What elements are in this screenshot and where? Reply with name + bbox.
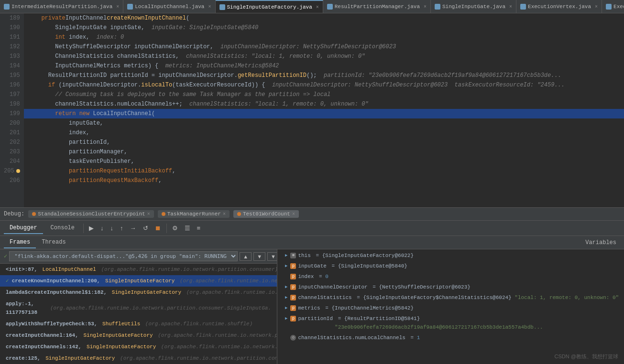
tab-LocalInputChannel[interactable]: LocalInputChannel.java × [123, 0, 215, 13]
tab-ExecutionJobVertex[interactable]: ExecutionJobVert... × [602, 0, 624, 13]
code-line-205[interactable]: partitionRequestInitialBackoff, [24, 166, 624, 176]
line-194: 194 [4, 61, 20, 71]
resume-btn[interactable]: ▶ [87, 224, 96, 233]
java-file-icon [327, 4, 333, 10]
settings-btn[interactable]: ⚙ [170, 224, 180, 233]
code-line-200[interactable]: inputGate, [24, 118, 624, 128]
debug-toolbar: Debugger Console ▶ ↓ ↓ ↑ → ↺ ⏹ ⚙ ☰ ≡ [0, 221, 624, 236]
frame-item-createKnown200[interactable]: ✓ createKnownInputChannel:200, SingleInp… [0, 275, 277, 287]
line-202: 202 [4, 138, 20, 147]
thread-dropdown[interactable]: "flink-akka.actor.default-dispat..."@5,4… [9, 251, 238, 261]
line-205: 205 [4, 166, 20, 176]
line-191: 191 [4, 32, 20, 42]
tab-debugger[interactable]: Debugger [4, 223, 43, 234]
frame-item-createInputChannel164[interactable]: createInputChannel:164, SingleInputGateF… [0, 330, 277, 341]
var-numLocalChannels[interactable]: ▶ ○ channelStatistics.numLocalChannels =… [277, 332, 624, 343]
var-icon: p [290, 284, 296, 290]
var-metrics[interactable]: ▶ p metrics = {InputChannelMetrics@5842} [277, 303, 624, 313]
tab-ExecutionVertex[interactable]: ExecutionVertex.java × [516, 0, 602, 13]
session-close[interactable]: × [223, 212, 226, 217]
debug-session-test01[interactable]: Test01WordCount × [233, 210, 299, 218]
var-inputChannelDescriptor[interactable]: ▶ p inputChannelDescriptor = {NettyShuff… [277, 282, 624, 292]
threads-btn[interactable]: ≡ [195, 224, 203, 233]
tab-frames[interactable]: Frames [4, 237, 36, 248]
step-out-btn[interactable]: ↑ [118, 224, 126, 233]
tab-threads[interactable]: Threads [36, 237, 71, 248]
java-file-icon [219, 4, 225, 10]
debug-label: Debug: [4, 211, 24, 217]
frames-panel: ✓ "flink-akka.actor.default-dispat..."@5… [0, 249, 277, 364]
variable-list: ▶ ≡ this = {SingleInputGateFactory@6022}… [277, 249, 624, 364]
code-line-198[interactable]: channelStatistics.numLocalChannels++; ch… [24, 99, 624, 109]
tab-close-icon[interactable]: × [116, 4, 119, 10]
frame-item-applyWithShuffle53[interactable]: applyWithShuffleTypeCheck:53, ShuffleUti… [0, 318, 277, 330]
code-line-190[interactable]: SingleInputGate inputGate, inputGate: Si… [24, 23, 624, 32]
session-dot [162, 212, 165, 216]
line-196: 196 [4, 80, 20, 90]
var-this[interactable]: ▶ ≡ this = {SingleInputGateFactory@6022} [277, 250, 624, 261]
thread-up-btn[interactable]: ▲ [240, 252, 252, 261]
step-over-btn[interactable]: ↓ [98, 224, 106, 233]
code-line-201[interactable]: index, [24, 128, 624, 138]
thread-selector: ✓ "flink-akka.actor.default-dispat..."@5… [0, 249, 277, 264]
tab-ResultPartitionManager[interactable]: ResultPartitionManager.java × [323, 0, 431, 13]
frame-item-apply-1[interactable]: apply:-1, 1117757138 (org.apache.flink.r… [0, 298, 277, 318]
tab-close-icon[interactable]: × [316, 5, 319, 10]
debug-content: ✓ "flink-akka.actor.default-dispat..."@5… [0, 249, 624, 364]
bookmark-icon [16, 169, 20, 173]
code-line-193[interactable]: ChannelStatistics channelStatistics, cha… [24, 52, 624, 61]
line-203: 203 [4, 147, 20, 157]
code-editor: 189 190 191 192 193 194 195 196 197 198 … [0, 13, 624, 207]
var-index[interactable]: ▶ p index = 0 [277, 271, 624, 282]
tab-console[interactable]: Console [45, 223, 80, 234]
java-file-icon [606, 4, 612, 10]
tab-close-icon[interactable]: × [208, 4, 211, 10]
code-line-189[interactable]: private InputChannel createKnownInputCha… [24, 13, 624, 23]
line-201: 201 [4, 128, 20, 138]
line-numbers: 189 190 191 192 193 194 195 196 197 198 … [0, 13, 24, 207]
code-line-195[interactable]: ResultPartitionID partitionId = inputCha… [24, 71, 624, 80]
var-channelStatistics[interactable]: ▶ p channelStatistics = {SingleInputGate… [277, 292, 624, 303]
frame-item-create125[interactable]: create:125, SingleInputGateFactory (org.… [0, 353, 277, 364]
code-line-194[interactable]: InputChannelMetrics metrics) { metrics: … [24, 61, 624, 71]
var-inputGate[interactable]: ▶ p inputGate = {SingleInputGate@5840} [277, 261, 624, 271]
code-line-199[interactable]: return new LocalInputChannel( [24, 109, 624, 118]
frame-item-createInputChannels142[interactable]: createInputChannels:142, SingleInputGate… [0, 341, 277, 353]
debug-session-taskmanager[interactable]: TaskManagerRunner × [158, 210, 230, 218]
code-lines: private InputChannel createKnownInputCha… [24, 13, 624, 207]
var-icon: p [290, 305, 296, 311]
session-close[interactable]: × [147, 212, 150, 217]
tab-close-icon[interactable]: × [509, 4, 512, 10]
debug-sub-tabs: Frames Threads Variables [0, 236, 624, 249]
stop-btn[interactable]: ⏹ [153, 224, 164, 233]
tab-close-icon[interactable]: × [424, 4, 427, 10]
var-partitionId[interactable]: ▶ p partitionId = {ResultPartitionID@584… [277, 313, 624, 332]
variables-section-label: Variables [585, 239, 616, 246]
thread-filter-btn[interactable]: ▼ [267, 252, 277, 261]
rerun-btn[interactable]: ↺ [141, 224, 151, 233]
debug-session-standalone[interactable]: StandaloneSessionClusterEntrypoint × [28, 210, 153, 218]
tab-IntermediateResultPartition[interactable]: IntermediateResultPartition.java × [0, 0, 123, 13]
code-line-203[interactable]: partitionManager, [24, 147, 624, 157]
line-197: 197 [4, 90, 20, 99]
var-icon: p [290, 263, 296, 269]
code-line-192[interactable]: NettyShuffleDescriptor inputChannelDescr… [24, 42, 624, 52]
thread-down-btn[interactable]: ▼ [253, 252, 265, 261]
code-line-196[interactable]: if (inputChannelDescriptor.isLocalTo(tas… [24, 80, 624, 90]
code-line-206[interactable]: partitionRequestMaxBackoff, [24, 176, 624, 185]
tab-close-icon[interactable]: × [595, 4, 598, 10]
code-line-191[interactable]: int index, index: 0 [24, 32, 624, 42]
code-line-197[interactable]: // Consuming task is deployed to the sam… [24, 90, 624, 99]
step-into-btn[interactable]: ↓ [108, 224, 116, 233]
run-to-cursor-btn[interactable]: → [128, 224, 139, 233]
frame-item-lambda182[interactable]: lambda$createInputChannel$1:182, SingleI… [0, 287, 277, 298]
session-close[interactable]: × [292, 212, 295, 217]
tab-SingleInputGateFactory[interactable]: SingleInputGateFactory.java × [216, 0, 323, 13]
code-line-204[interactable]: taskEventPublisher, [24, 157, 624, 166]
breakpoints-btn[interactable]: ☰ [182, 224, 193, 233]
frame-item-init87[interactable]: <init>:87, LocalInputChannel (org.apache… [0, 264, 277, 275]
separator [83, 224, 84, 233]
tab-SingleInputGate[interactable]: SingleInputGate.java × [431, 0, 516, 13]
code-line-202[interactable]: partitionId, [24, 138, 624, 147]
java-file-icon [520, 4, 526, 10]
